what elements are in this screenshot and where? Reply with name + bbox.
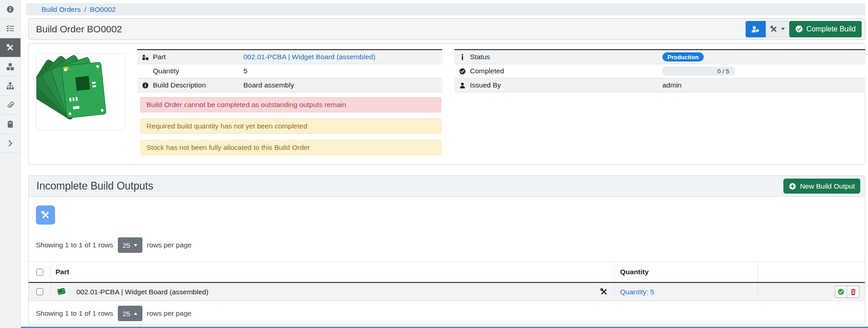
sidebar-item-allocated-stock[interactable] <box>0 57 20 77</box>
outputs-table-header: Part Quantity <box>29 261 865 283</box>
check-circle-icon <box>454 68 470 75</box>
breadcrumb: Build Orders / BO0002 <box>26 3 865 15</box>
part-label: Part <box>153 53 243 61</box>
status-row: Status Production <box>454 50 865 64</box>
select-all-checkbox[interactable] <box>36 269 43 276</box>
row-quantity-link[interactable]: Quantity: 5 <box>620 288 654 296</box>
alert-quantity-incomplete: Required build quantity has not yet been… <box>140 118 441 134</box>
new-build-output-button[interactable]: New Build Output <box>783 179 860 194</box>
description-row: Build Description Board assembly <box>137 78 442 92</box>
sidebar-item-child-builds[interactable] <box>0 77 20 96</box>
paperclip-icon <box>6 101 14 109</box>
outputs-title: Incomplete Build Outputs <box>36 180 153 192</box>
row-quantity-cell: Quantity: 5 <box>615 283 758 301</box>
row-part-cell: 002.01-PCBA | Widget Board (assembled) <box>51 283 615 301</box>
part-link[interactable]: 002.01-PCBA | Widget Board (assembled) <box>243 53 375 61</box>
breadcrumb-current-link[interactable]: BO0002 <box>90 5 116 14</box>
row-part-name: 002.01-PCBA | Widget Board (assembled) <box>76 288 208 296</box>
part-thumbnail <box>56 287 68 297</box>
rows-per-page-text: rows per page <box>147 241 192 249</box>
quantity-column-header[interactable]: Quantity <box>615 262 758 282</box>
complete-build-button[interactable]: Complete Build <box>789 21 862 37</box>
check-circle-icon <box>795 25 803 33</box>
build-actions-dropdown[interactable] <box>766 21 789 37</box>
pagination-top: Showing 1 to 1 of 1 rows 25 rows per pag… <box>36 237 192 253</box>
description-label: Build Description <box>153 81 243 89</box>
completed-label: Completed <box>470 67 662 75</box>
shapes-icon <box>137 54 153 61</box>
part-row: Part 002.01-PCBA | Widget Board (assembl… <box>137 50 442 64</box>
checklist-icon <box>6 25 14 32</box>
trash-icon <box>850 288 857 295</box>
page-title: Build Order BO0002 <box>36 24 122 35</box>
row-actions-cell <box>758 283 865 301</box>
page-size-dropdown[interactable]: 25 <box>118 237 142 253</box>
clipboard-icon <box>6 120 14 128</box>
sidebar-item-build-outputs[interactable] <box>0 38 20 57</box>
page-header-panel: Build Order BO0002 Complete Build <box>28 18 865 40</box>
completed-progress-text: 0 / 5 <box>717 68 729 75</box>
outputs-header: Incomplete Build Outputs New Build Outpu… <box>29 176 865 197</box>
table-row: 002.01-PCBA | Widget Board (assembled) Q… <box>29 283 865 301</box>
incomplete-outputs-card: Incomplete Build Outputs New Build Outpu… <box>28 175 865 325</box>
quantity-label: Quantity <box>153 67 243 75</box>
info-circle-icon <box>137 82 153 89</box>
completed-progress-bar: 0 / 5 <box>662 67 735 76</box>
quantity-row: Quantity 5 <box>137 64 442 78</box>
completed-row: Completed 0 / 5 <box>454 64 865 78</box>
table-filters-button[interactable] <box>36 205 55 225</box>
issued-by-label: Issued By <box>470 81 662 89</box>
actions-column-header <box>758 262 865 282</box>
sidebar-item-attachments[interactable] <box>0 96 20 115</box>
plus-circle-icon <box>789 183 796 190</box>
info-icon <box>454 54 470 61</box>
caret-down-icon <box>134 244 137 246</box>
user-icon <box>454 82 470 89</box>
info-circle-icon <box>6 5 14 13</box>
tools-icon <box>770 26 777 33</box>
status-badge: Production <box>662 52 704 62</box>
pagination-showing-text: Showing 1 to 1 of 1 rows <box>36 309 113 318</box>
build-status-table: Status Production Completed 0 / 5 Issued… <box>454 49 865 92</box>
boxes-icon <box>6 63 14 71</box>
description-value: Board assembly <box>243 81 294 89</box>
quantity-value: 5 <box>243 67 247 75</box>
user-shield-icon <box>751 26 760 33</box>
icon-sidebar <box>0 0 21 328</box>
pagination-bottom: Showing 1 to 1 of 1 rows 25 rows per pag… <box>36 306 192 321</box>
sidebar-item-details[interactable] <box>0 0 20 19</box>
header-actions: Complete Build <box>746 21 862 37</box>
caret-down-icon <box>781 28 785 30</box>
issued-by-row: Issued By admin <box>454 78 865 92</box>
row-select-cell <box>29 283 51 301</box>
breadcrumb-separator: / <box>84 5 86 14</box>
admin-view-button[interactable] <box>746 21 766 37</box>
outputs-table: Part Quantity 002.01-PCBA | Wi <box>29 261 865 301</box>
caret-up-icon <box>134 313 137 315</box>
pagination-showing-text: Showing 1 to 1 of 1 rows <box>36 241 113 249</box>
delete-output-button[interactable] <box>847 286 859 298</box>
sidebar-item-notes[interactable] <box>0 115 20 134</box>
sitemap-icon <box>6 82 14 90</box>
part-image-thumbnail[interactable] <box>36 53 125 130</box>
row-action-group <box>835 286 859 298</box>
page-size-dropdown[interactable]: 25 <box>118 306 142 321</box>
tools-icon <box>600 288 608 296</box>
sidebar-expand-toggle[interactable] <box>0 134 20 153</box>
issued-by-value: admin <box>662 81 681 89</box>
tools-icon <box>6 44 14 51</box>
status-label: Status <box>470 53 662 61</box>
rows-per-page-text: rows per page <box>147 309 192 318</box>
alert-outstanding-outputs: Build Order cannot be completed as outst… <box>140 97 441 113</box>
tools-icon <box>41 210 50 220</box>
row-checkbox[interactable] <box>36 288 43 295</box>
select-all-cell <box>29 262 51 282</box>
breadcrumb-build-orders-link[interactable]: Build Orders <box>41 5 81 14</box>
pcb-photo <box>36 54 124 129</box>
build-details-card: Part 002.01-PCBA | Widget Board (assembl… <box>28 43 865 165</box>
check-circle-icon <box>838 288 844 295</box>
part-column-header[interactable]: Part <box>51 262 615 282</box>
complete-output-button[interactable] <box>835 286 847 298</box>
chevron-right-icon <box>6 139 14 147</box>
sidebar-item-line-items[interactable] <box>0 19 20 38</box>
